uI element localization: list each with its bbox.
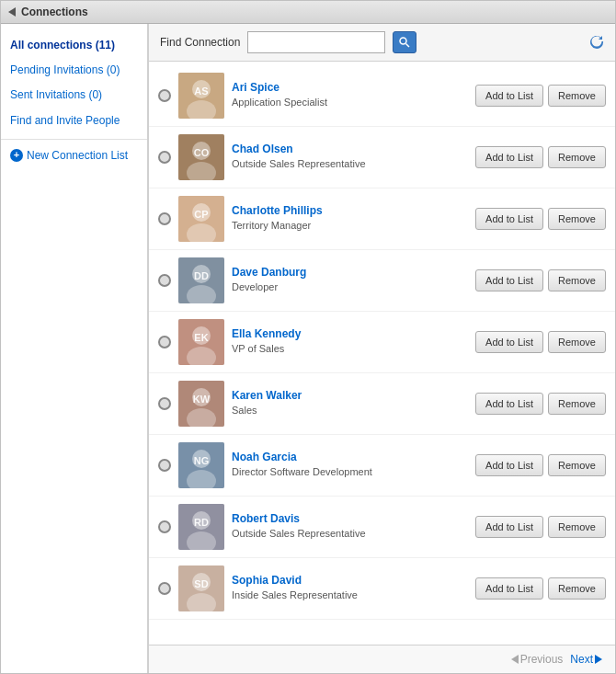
refresh-icon [589,34,604,49]
svg-text:RD: RD [194,517,209,528]
person-name[interactable]: Robert Davis [232,512,468,525]
person-title: Developer [232,280,468,294]
add-to-list-button[interactable]: Add to List [475,331,543,353]
list-item: RD Robert Davis Outside Sales Representa… [149,497,615,558]
radio-button[interactable] [158,336,171,348]
remove-button[interactable]: Remove [548,454,606,476]
pagination: Previous Next [149,645,615,673]
svg-marker-38 [511,655,519,664]
person-title: Sales [232,404,468,417]
list-item: AS Ari Spice Application Specialist Add … [149,65,615,127]
person-info: Ari Spice Application Specialist [232,81,468,109]
previous-button[interactable]: Previous [511,653,564,666]
add-to-list-button[interactable]: Add to List [475,393,543,415]
remove-button[interactable]: Remove [548,577,606,600]
plus-icon: + [10,149,23,162]
refresh-button[interactable] [589,34,604,51]
radio-button[interactable] [158,520,171,533]
person-info: Robert Davis Outside Sales Representativ… [232,512,468,541]
remove-button[interactable]: Remove [548,331,606,353]
person-name[interactable]: Chad Olsen [232,143,468,155]
remove-button[interactable]: Remove [548,516,606,538]
connections-list: AS Ari Spice Application Specialist Add … [149,62,615,645]
sidebar-item-sent[interactable]: Sent Invitations (0) [1,83,147,108]
person-title: VP of Sales [232,342,468,356]
person-info: Dave Danburg Developer [232,266,468,294]
radio-button[interactable] [158,459,171,472]
list-item: KW Karen Walker Sales Add to List Remove [149,373,615,435]
add-to-list-button[interactable]: Add to List [475,208,543,230]
content-panel: Find Connection [148,24,615,673]
person-info: Karen Walker Sales [232,389,468,417]
radio-button[interactable] [158,212,171,225]
avatar: EK [178,319,224,365]
list-item: EK Ella Kennedy VP of Sales Add to List … [149,312,615,373]
panel-header: Connections [1,1,615,24]
avatar: AS [178,73,224,119]
list-item: DD Dave Danburg Developer Add to List Re… [149,250,615,312]
remove-button[interactable]: Remove [548,269,606,291]
add-to-list-button[interactable]: Add to List [475,269,543,291]
avatar: RD [178,504,224,550]
radio-button[interactable] [158,151,171,164]
avatar: CP [178,196,224,242]
search-input[interactable] [247,31,385,53]
sidebar-new-list-button[interactable]: + New Connection List [1,145,147,166]
add-to-list-button[interactable]: Add to List [475,85,543,107]
person-name[interactable]: Ella Kennedy [232,327,468,340]
person-name[interactable]: Sophia David [232,574,468,587]
remove-button[interactable]: Remove [548,146,606,168]
radio-button[interactable] [158,397,171,410]
svg-text:AS: AS [194,86,208,97]
radio-button[interactable] [158,582,171,595]
svg-text:NG: NG [194,455,210,466]
panel-title: Connections [21,6,88,18]
remove-button[interactable]: Remove [548,393,606,415]
person-name[interactable]: Charlotte Phillips [232,204,468,217]
person-info: Ella Kennedy VP of Sales [232,327,468,356]
action-buttons: Add to List Remove [475,208,606,230]
prev-arrow-icon [511,655,519,664]
next-button[interactable]: Next [570,653,602,666]
person-title: Outside Sales Representative [232,157,468,171]
search-bar-left: Find Connection [160,31,416,53]
person-title: Director Software Development [232,465,468,479]
add-to-list-button[interactable]: Add to List [475,146,543,168]
search-button[interactable] [393,31,416,53]
sidebar-item-pending[interactable]: Pending Invitations (0) [1,58,147,83]
avatar: SD [178,565,224,611]
sidebar-divider [1,139,147,140]
add-to-list-button[interactable]: Add to List [475,454,543,476]
person-info: Sophia David Inside Sales Representative [232,574,468,602]
avatar: CO [178,134,224,180]
list-item: NG Noah Garcia Director Software Develop… [149,435,615,497]
person-name[interactable]: Ari Spice [232,81,468,94]
person-name[interactable]: Dave Danburg [232,266,468,279]
next-arrow-icon [595,655,602,664]
remove-button[interactable]: Remove [548,208,606,230]
person-info: Noah Garcia Director Software Developmen… [232,451,468,479]
add-to-list-button[interactable]: Add to List [475,516,543,538]
sidebar-item-find[interactable]: Find and Invite People [1,109,147,133]
remove-button[interactable]: Remove [548,85,606,107]
svg-text:CP: CP [194,209,208,220]
sidebar-item-all-connections[interactable]: All connections (11) [1,33,147,58]
person-title: Territory Manager [232,219,468,233]
person-name[interactable]: Karen Walker [232,389,468,402]
add-to-list-button[interactable]: Add to List [475,577,543,600]
radio-button[interactable] [158,89,171,102]
search-icon [399,37,410,48]
action-buttons: Add to List Remove [475,393,606,415]
list-item: SD Sophia David Inside Sales Representat… [149,558,615,620]
person-title: Application Specialist [232,96,468,109]
person-info: Charlotte Phillips Territory Manager [232,204,468,233]
radio-button[interactable] [158,274,171,287]
svg-text:DD: DD [194,270,209,281]
action-buttons: Add to List Remove [475,331,606,353]
svg-text:EK: EK [194,332,208,343]
action-buttons: Add to List Remove [475,146,606,168]
action-buttons: Add to List Remove [475,85,606,107]
search-bar: Find Connection [149,24,615,62]
person-name[interactable]: Noah Garcia [232,451,468,463]
sidebar: All connections (11) Pending Invitations… [1,24,148,673]
